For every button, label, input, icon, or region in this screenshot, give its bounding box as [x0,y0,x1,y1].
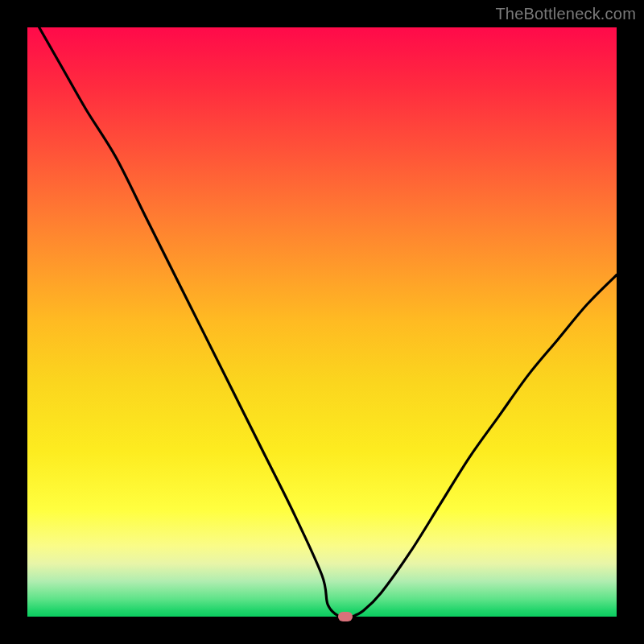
plot-area [27,27,617,617]
chart-frame: TheBottleneck.com [0,0,644,644]
bottleneck-curve [27,27,617,617]
watermark-text: TheBottleneck.com [495,5,636,23]
optimal-point-marker [338,612,353,621]
